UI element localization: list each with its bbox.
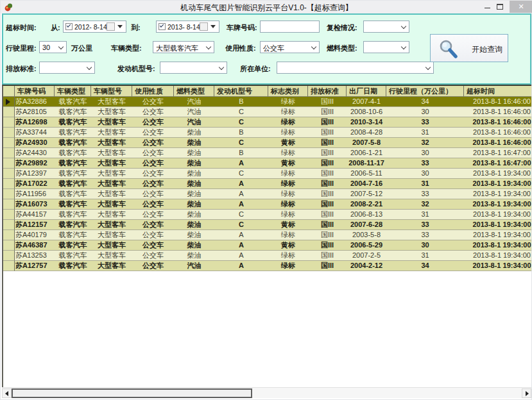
cell: 2008-10-6: [347, 107, 386, 117]
col-header[interactable]: 车辆型号: [91, 86, 132, 97]
table-row[interactable]: 苏A11956载客汽车大型客车公交车柴油A绿标国III2007-5-123320…: [3, 189, 531, 199]
table-row[interactable]: 苏A29892载客汽车大型客车公交车柴油A黄标国III2008-11-17332…: [3, 158, 531, 169]
calendar-icon[interactable]: [200, 22, 208, 31]
magnifier-icon: [438, 39, 460, 60]
cell: 2006-5-29: [347, 240, 386, 251]
cell: 国III: [308, 128, 347, 138]
cell: 苏A11956: [15, 189, 55, 199]
table-row[interactable]: 苏A12757载客汽车大型客车公交车汽油A绿标国III2004-2-123420…: [3, 261, 531, 271]
label-organization: 所在单位:: [240, 64, 271, 74]
start-query-button[interactable]: 开始查询: [430, 34, 508, 62]
cell: 苏A12757: [15, 261, 55, 271]
cell: 苏A46387: [15, 240, 55, 251]
chevron-down-icon: [311, 44, 316, 49]
cell: 公交车: [132, 148, 174, 158]
cell: 33: [386, 220, 464, 230]
engine-model-select[interactable]: [160, 62, 227, 74]
cell: C: [214, 107, 268, 117]
to-date-picker[interactable]: 2013- 8-14: [156, 21, 219, 33]
col-header[interactable]: 发动机型号: [214, 86, 268, 97]
cell: 公交车: [132, 230, 174, 240]
maximize-button[interactable]: [494, 1, 506, 13]
cell: 2013-8-1 19:34:00: [464, 169, 531, 179]
cell: 2006-5-11: [347, 169, 386, 179]
cell: 2013-8-1 16:47:00: [464, 158, 531, 169]
table-row[interactable]: 苏A33744载客汽车大型客车公交车柴油B绿标国III2008-4-283120…: [3, 128, 531, 138]
chevron-down-icon: [401, 24, 406, 29]
row-selector-cell: [3, 158, 15, 169]
close-button[interactable]: ✕: [510, 1, 532, 13]
table-row[interactable]: 苏A12397载客汽车大型客车公交车柴油C绿标国III2006-5-113020…: [3, 169, 531, 179]
plate-number-input[interactable]: [260, 21, 320, 33]
organization-select[interactable]: [277, 62, 434, 74]
table-row[interactable]: 苏A16073载客汽车大型客车公交车柴油A绿标国III2008-2-213220…: [3, 199, 531, 210]
from-date-checkbox[interactable]: [65, 23, 73, 30]
cell: 2010-3-14: [347, 117, 386, 128]
fuel-type-select[interactable]: [363, 41, 409, 53]
cell: 苏A17022: [15, 179, 55, 189]
row-selector-cell: [3, 189, 15, 199]
row-selector-cell: [3, 148, 15, 158]
col-header[interactable]: 车辆类型: [55, 86, 91, 97]
cell: 绿标: [268, 261, 308, 271]
table-row[interactable]: 苏A24430载客汽车大型客车公交车柴油B绿标国III2006-1-213020…: [3, 148, 531, 158]
row-selector-cell: [3, 97, 15, 107]
table-row[interactable]: 苏A13253载客汽车大型客车公交车柴油A绿标国III2007-2-531201…: [3, 251, 531, 261]
col-header[interactable]: 使用性质: [132, 86, 174, 97]
scroll-right-button[interactable]: [522, 388, 531, 398]
from-date-dropdown-arrow[interactable]: [117, 25, 123, 28]
table-row[interactable]: 苏A12157载客汽车大型客车公交车柴油C黄标国III2007-6-283320…: [3, 220, 531, 230]
chevron-down-icon: [401, 44, 406, 49]
cell: 大型客车: [91, 240, 132, 251]
results-grid: 车牌号码车辆类型车辆型号使用性质燃料类型发动机型号标志类别排放标准出厂日期行驶里…: [2, 85, 531, 387]
col-header[interactable]: 车牌号码: [15, 86, 55, 97]
emission-standard-select[interactable]: [39, 62, 95, 74]
calendar-icon[interactable]: [107, 22, 115, 31]
table-row[interactable]: 苏A24930载客汽车大型客车公交车柴油C黄标国III2007-5-832201…: [3, 138, 531, 148]
horizontal-scrollbar[interactable]: [2, 387, 531, 398]
minimize-button[interactable]: [482, 1, 493, 13]
table-row[interactable]: 苏A40179载客汽车大型客车公交车柴油A绿标国III2003-5-833201…: [3, 230, 531, 240]
col-header[interactable]: 出厂日期: [347, 86, 386, 97]
cell: 公交车: [132, 138, 174, 148]
cell: 国III: [308, 210, 347, 220]
col-header[interactable]: 燃料类型: [174, 86, 214, 97]
cell: 国III: [308, 117, 347, 128]
cell: 汽油: [174, 261, 214, 271]
col-header[interactable]: 标志类别: [268, 86, 308, 97]
row-selector-cell: [3, 138, 15, 148]
to-date-checkbox[interactable]: [159, 23, 166, 30]
scrollbar-thumb[interactable]: [12, 388, 252, 398]
cell: 2006-8-13: [347, 210, 386, 220]
table-row[interactable]: 苏A28105载客汽车大型客车公交车汽油C绿标国III2008-10-63020…: [3, 107, 531, 117]
col-header[interactable]: 排放标准: [308, 86, 347, 97]
recheck-status-select[interactable]: [363, 21, 409, 33]
cell: 黄标: [268, 240, 308, 251]
cell: 33: [386, 189, 464, 199]
label-recheck-status: 复检情况:: [327, 23, 357, 33]
scroll-left-button[interactable]: [2, 388, 12, 398]
to-date-dropdown-arrow[interactable]: [210, 25, 216, 28]
col-header[interactable]: 超标时间: [464, 86, 531, 97]
table-row[interactable]: 苏A17022载客汽车大型客车公交车柴油A绿标国III2004-7-163120…: [3, 179, 531, 189]
row-selector-cell: [3, 107, 15, 117]
cell: C: [214, 117, 268, 128]
vehicle-type-select[interactable]: 大型载客汽车: [153, 41, 214, 53]
cell: 33: [386, 117, 464, 128]
col-header[interactable]: 行驶里程（万公里）: [386, 86, 464, 97]
table-row[interactable]: 苏A12698载客汽车大型客车公交车汽油C绿标国III2010-3-143320…: [3, 117, 531, 128]
cell: 绿标: [268, 189, 308, 199]
cell: 大型客车: [91, 148, 132, 158]
cell: 载客汽车: [55, 158, 91, 169]
cell: 2007-2-5: [347, 251, 386, 261]
title-bar: 机动车尾气图片智能识别云平台V1.0-【超标查询】 ✕: [1, 1, 532, 13]
table-row[interactable]: 苏A44157载客汽车大型客车公交车柴油C绿标国III2006-8-133120…: [3, 210, 531, 220]
table-row[interactable]: 苏A32886载客汽车大型客车公交车汽油B绿标国III2007-4-134201…: [3, 97, 531, 107]
mileage-select[interactable]: 30: [39, 41, 67, 53]
from-date-picker[interactable]: 2012- 8-14: [63, 21, 126, 33]
cell: 2013-8-1 16:47:00: [464, 148, 531, 158]
cell: 公交车: [132, 107, 174, 117]
cell: 苏A32886: [15, 97, 55, 107]
usage-select[interactable]: 公交车: [260, 41, 320, 53]
table-row[interactable]: 苏A46387载客汽车大型客车公交车柴油A黄标国III2006-5-293020…: [3, 240, 531, 251]
